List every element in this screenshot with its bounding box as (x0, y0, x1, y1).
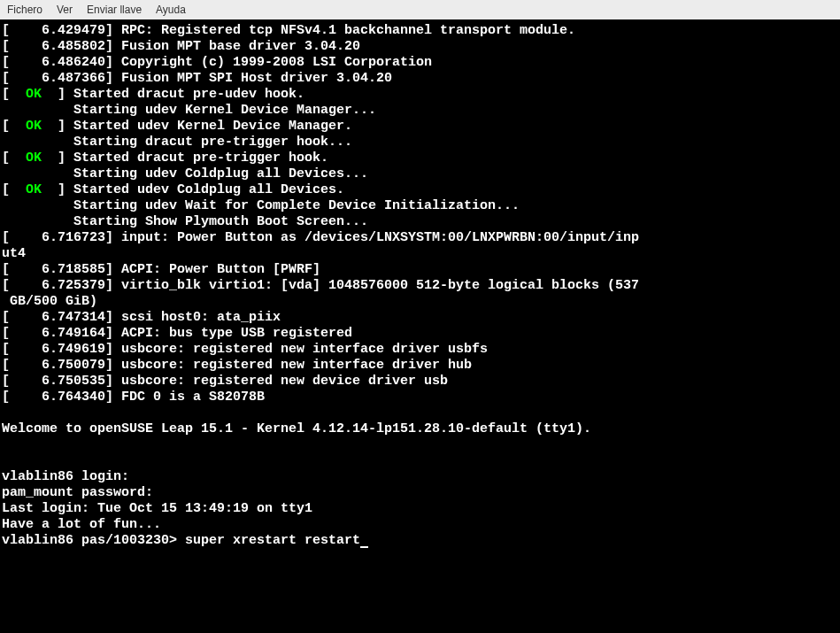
terminal-line: [ 6.764340] FDC 0 is a S82078B (2, 390, 838, 405)
terminal-line: [ OK ] Started udev Kernel Device Manage… (2, 119, 838, 135)
terminal-line: [ 6.750079] usbcore: registered new inte… (2, 358, 838, 374)
terminal-line: [ 6.486240] Copyright (c) 1999-2008 LSI … (2, 55, 838, 71)
terminal-line: [ 6.429479] RPC: Registered tcp NFSv4.1 … (2, 23, 838, 39)
status-ok: OK (26, 182, 42, 197)
status-ok: OK (26, 119, 42, 134)
terminal-line: ut4 (2, 246, 838, 262)
terminal-line: Starting dracut pre-trigger hook... (2, 135, 838, 151)
menu-fichero[interactable]: Fichero (7, 4, 42, 16)
terminal-line: Starting Show Plymouth Boot Screen... (2, 214, 838, 230)
terminal-line: [ 6.749164] ACPI: bus type USB registere… (2, 326, 838, 342)
command-input[interactable]: super xrestart restart (185, 533, 360, 548)
terminal-output[interactable]: [ 6.429479] RPC: Registered tcp NFSv4.1 … (0, 19, 840, 633)
terminal-line (2, 453, 838, 469)
status-ok: OK (26, 151, 42, 166)
terminal-line: [ 6.485802] Fusion MPT base driver 3.04.… (2, 39, 838, 55)
terminal-line (2, 437, 838, 453)
terminal-line: [ 6.725379] virtio_blk virtio1: [vda] 10… (2, 278, 838, 294)
terminal-line: [ 6.718585] ACPI: Power Button [PWRF] (2, 262, 838, 278)
terminal-line: Have a lot of fun... (2, 517, 838, 533)
terminal-line: GB/500 GiB) (2, 294, 838, 310)
menu-ver[interactable]: Ver (57, 4, 73, 16)
status-ok: OK (26, 87, 42, 102)
prompt-hostname: vlablin86 (2, 533, 73, 548)
terminal-line: Starting udev Kernel Device Manager... (2, 103, 838, 119)
terminal-line: [ 6.487366] Fusion MPT SPI Host driver 3… (2, 71, 838, 87)
terminal-line: [ 6.716723] input: Power Button as /devi… (2, 230, 838, 246)
terminal-line (2, 405, 838, 421)
terminal-line: Starting udev Coldplug all Devices... (2, 166, 838, 182)
terminal-line: [ OK ] Started dracut pre-trigger hook. (2, 151, 838, 166)
terminal-line: [ 6.749619] usbcore: registered new inte… (2, 342, 838, 358)
prompt-path: pas/1003230> (73, 533, 185, 548)
terminal-line: Welcome to openSUSE Leap 15.1 - Kernel 4… (2, 421, 838, 437)
terminal-line: vlablin86 login: (2, 469, 838, 485)
terminal-line: Last login: Tue Oct 15 13:49:19 on tty1 (2, 501, 838, 517)
terminal-line: [ OK ] Started dracut pre-udev hook. (2, 87, 838, 103)
menu-enviar-llave[interactable]: Enviar llave (87, 4, 142, 16)
terminal-line: vlablin86 pas/1003230> super xrestart re… (2, 533, 838, 549)
terminal-line: [ 6.747314] scsi host0: ata_piix (2, 310, 838, 326)
menubar: Fichero Ver Enviar llave Ayuda (0, 0, 840, 19)
menu-ayuda[interactable]: Ayuda (156, 4, 186, 16)
terminal-line: [ 6.750535] usbcore: registered new devi… (2, 374, 838, 390)
terminal-line: Starting udev Wait for Complete Device I… (2, 198, 838, 214)
terminal-line: pam_mount password: (2, 485, 838, 501)
terminal-line: [ OK ] Started udev Coldplug all Devices… (2, 182, 838, 198)
cursor (360, 546, 368, 548)
